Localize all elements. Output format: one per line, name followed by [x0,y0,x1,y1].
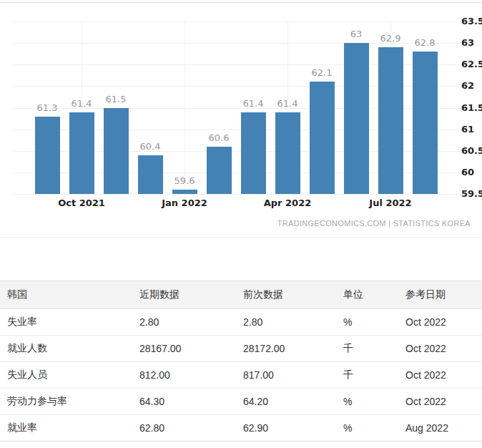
table-row: 劳动力参与率64.3064.20%Oct 2022 [0,389,482,415]
bar [275,112,300,194]
table-header-cell: 韩国 [0,281,139,309]
page: 63.56362.56261.56160.56059.5Oct 2021Jan … [0,0,482,448]
spacer [0,238,482,281]
y-axis-tick-label: 62 [461,79,482,92]
table-cell: Aug 2022 [405,415,482,442]
bar-value-label: 60.4 [129,141,172,152]
table-row: 失业人员812.00817.00千Oct 2022 [0,362,482,389]
bar [344,43,369,194]
table-cell: Oct 2022 [405,309,482,336]
indicator-link[interactable]: 失业人员 [0,362,139,389]
bar [310,82,335,194]
y-axis-tick-label: 63.5 [461,15,482,28]
table-cell: 812.00 [139,362,243,389]
bar [241,112,266,194]
bar-value-label: 60.6 [197,132,240,143]
bar [104,108,129,195]
bar [69,112,94,194]
gridline-h [13,194,461,195]
table-row: 就业率62.8062.90%Aug 2022 [0,415,482,442]
y-axis-tick-label: 61 [461,123,482,136]
table-cell: 28167.00 [139,336,243,362]
table-cell: 64.20 [243,389,343,415]
table-cell: 千 [343,336,405,362]
table-body: 失业率2.802.80%Oct 2022就业人数28167.0028172.00… [0,309,482,442]
y-axis-tick-label: 60.5 [461,145,482,157]
table-row: 就业人数28167.0028172.00千Oct 2022 [0,336,482,362]
table-header-cell: 参考日期 [405,281,482,309]
table-cell: 28172.00 [243,336,343,362]
stats-table: 韩国近期数据前次数据单位参考日期 失业率2.802.80%Oct 2022就业人… [0,281,482,442]
table-header-cell: 近期数据 [139,281,243,309]
indicator-link[interactable]: 就业人数 [0,336,139,362]
table-cell: % [343,309,405,336]
bar-value-label: 61.5 [94,94,137,104]
table-cell: Oct 2022 [405,362,482,389]
gridline-h [13,21,461,22]
x-axis-tick-label: Apr 2022 [253,198,322,208]
y-axis-tick-label: 60 [461,166,482,179]
table-cell: 62.90 [243,415,343,442]
x-axis-tick-label: Oct 2021 [47,198,116,208]
chart-attribution: TRADINGECONOMICS.COM | STATISTICS KOREA [277,219,471,228]
table-cell: 62.80 [139,415,243,442]
x-axis-tick-label: Jul 2022 [356,198,425,208]
table-row: 失业率2.802.80%Oct 2022 [0,309,482,336]
table-cell: 千 [343,362,405,389]
indicator-link[interactable]: 就业率 [0,415,139,442]
table-cell: 2.80 [139,309,243,336]
bar-value-label: 61.4 [266,98,309,109]
table-cell: Oct 2022 [405,389,482,415]
table-cell: 817.00 [243,362,343,389]
bar-value-label: 62.1 [300,67,343,78]
bar [35,117,60,194]
x-axis-tick-label: Jan 2022 [150,198,219,208]
bar [378,47,403,194]
employment-rate-chart: 63.56362.56261.56160.56059.5Oct 2021Jan … [0,3,482,237]
bar-value-label: 59.6 [163,175,206,186]
table-header-row: 韩国近期数据前次数据单位参考日期 [0,281,482,309]
table-cell: Oct 2022 [405,336,482,362]
table-header-cell: 单位 [343,281,405,309]
bar [207,147,232,194]
y-axis-tick-label: 61.5 [461,102,482,115]
table-header-cell: 前次数据 [243,281,343,309]
table-cell: 2.80 [243,309,343,336]
y-axis-tick-label: 62.5 [461,58,482,71]
chart-section: 63.56362.56261.56160.56059.5Oct 2021Jan … [0,2,482,238]
table-cell: 64.30 [139,389,243,415]
bar [172,190,197,194]
gridline-v [185,21,185,194]
y-axis-tick-label: 59.5 [461,188,482,200]
table-cell: % [343,415,405,442]
bar [413,52,438,194]
bar [138,155,163,194]
table-cell: % [343,389,405,415]
indicator-link[interactable]: 劳动力参与率 [0,389,139,415]
y-axis-tick-label: 63 [461,36,482,49]
indicator-link[interactable]: 失业率 [0,309,139,336]
bar-value-label: 62.8 [403,37,446,48]
